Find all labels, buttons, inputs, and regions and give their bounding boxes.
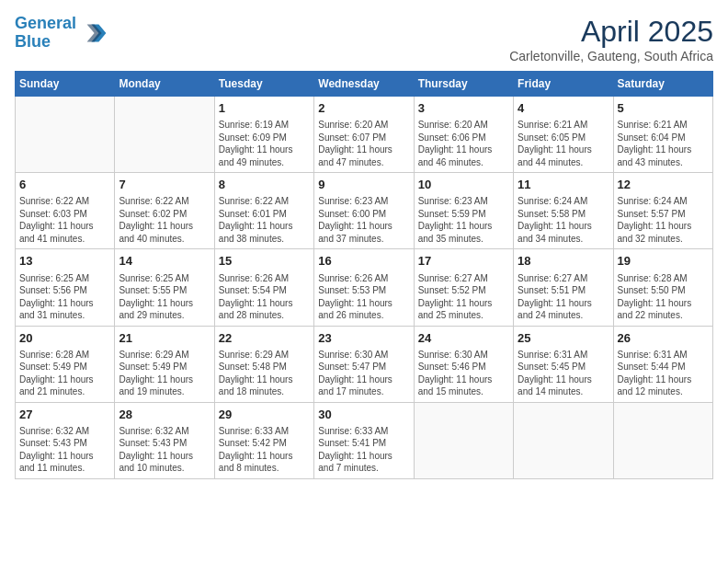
day-number: 19 bbox=[618, 253, 709, 270]
calendar-cell: 17Sunrise: 6:27 AM Sunset: 5:52 PM Dayli… bbox=[414, 249, 513, 326]
day-number: 2 bbox=[318, 100, 409, 117]
day-number: 4 bbox=[518, 100, 609, 117]
logo: General Blue bbox=[15, 15, 108, 52]
day-number: 1 bbox=[219, 100, 310, 117]
calendar-cell: 6Sunrise: 6:22 AM Sunset: 6:03 PM Daylig… bbox=[16, 173, 115, 249]
weekday-header: Wednesday bbox=[314, 72, 414, 97]
calendar-cell: 27Sunrise: 6:32 AM Sunset: 5:43 PM Dayli… bbox=[16, 402, 115, 478]
day-number: 23 bbox=[318, 330, 409, 347]
calendar-cell: 25Sunrise: 6:31 AM Sunset: 5:45 PM Dayli… bbox=[514, 326, 613, 402]
calendar-cell: 1Sunrise: 6:19 AM Sunset: 6:09 PM Daylig… bbox=[214, 97, 313, 173]
calendar-week-row: 20Sunrise: 6:28 AM Sunset: 5:49 PM Dayli… bbox=[16, 326, 713, 402]
calendar-cell: 24Sunrise: 6:30 AM Sunset: 5:46 PM Dayli… bbox=[414, 326, 513, 402]
day-info: Sunrise: 6:27 AM Sunset: 5:52 PM Dayligh… bbox=[418, 272, 509, 322]
day-info: Sunrise: 6:25 AM Sunset: 5:56 PM Dayligh… bbox=[19, 272, 110, 322]
calendar-cell: 15Sunrise: 6:26 AM Sunset: 5:54 PM Dayli… bbox=[214, 249, 313, 326]
day-number: 15 bbox=[219, 253, 310, 270]
calendar-cell bbox=[613, 402, 712, 478]
day-number: 16 bbox=[318, 253, 409, 270]
day-info: Sunrise: 6:26 AM Sunset: 5:54 PM Dayligh… bbox=[219, 272, 310, 322]
day-info: Sunrise: 6:23 AM Sunset: 5:59 PM Dayligh… bbox=[418, 195, 509, 245]
calendar-cell: 7Sunrise: 6:22 AM Sunset: 6:02 PM Daylig… bbox=[115, 173, 214, 249]
day-number: 10 bbox=[418, 177, 509, 193]
day-info: Sunrise: 6:30 AM Sunset: 5:47 PM Dayligh… bbox=[318, 349, 409, 398]
calendar-cell: 20Sunrise: 6:28 AM Sunset: 5:49 PM Dayli… bbox=[16, 326, 115, 402]
day-number: 13 bbox=[19, 253, 110, 270]
day-info: Sunrise: 6:24 AM Sunset: 5:58 PM Dayligh… bbox=[518, 195, 609, 245]
calendar-cell: 23Sunrise: 6:30 AM Sunset: 5:47 PM Dayli… bbox=[314, 326, 414, 402]
day-info: Sunrise: 6:32 AM Sunset: 5:43 PM Dayligh… bbox=[119, 425, 210, 475]
weekday-header: Sunday bbox=[16, 72, 115, 97]
day-info: Sunrise: 6:33 AM Sunset: 5:41 PM Dayligh… bbox=[318, 425, 409, 475]
logo-text: General Blue bbox=[15, 15, 76, 52]
day-number: 29 bbox=[219, 407, 310, 423]
calendar-cell: 30Sunrise: 6:33 AM Sunset: 5:41 PM Dayli… bbox=[314, 402, 414, 478]
weekday-header: Saturday bbox=[613, 72, 712, 97]
calendar-table: SundayMondayTuesdayWednesdayThursdayFrid… bbox=[15, 71, 713, 479]
day-info: Sunrise: 6:28 AM Sunset: 5:49 PM Dayligh… bbox=[19, 349, 110, 398]
calendar-cell: 13Sunrise: 6:25 AM Sunset: 5:56 PM Dayli… bbox=[16, 249, 115, 326]
day-info: Sunrise: 6:20 AM Sunset: 6:07 PM Dayligh… bbox=[318, 119, 409, 168]
day-info: Sunrise: 6:31 AM Sunset: 5:44 PM Dayligh… bbox=[618, 349, 709, 398]
day-info: Sunrise: 6:19 AM Sunset: 6:09 PM Dayligh… bbox=[219, 119, 310, 168]
calendar-cell bbox=[414, 402, 513, 478]
day-number: 11 bbox=[518, 177, 609, 193]
day-info: Sunrise: 6:33 AM Sunset: 5:42 PM Dayligh… bbox=[219, 425, 310, 475]
title-area: April 2025 Carletonville, Gauteng, South… bbox=[509, 15, 713, 63]
weekday-header: Tuesday bbox=[214, 72, 313, 97]
calendar-cell: 11Sunrise: 6:24 AM Sunset: 5:58 PM Dayli… bbox=[514, 173, 613, 249]
day-number: 30 bbox=[318, 407, 409, 423]
day-number: 9 bbox=[318, 177, 409, 193]
weekday-header-row: SundayMondayTuesdayWednesdayThursdayFrid… bbox=[16, 72, 713, 97]
day-number: 25 bbox=[518, 330, 609, 347]
calendar-cell: 29Sunrise: 6:33 AM Sunset: 5:42 PM Dayli… bbox=[214, 402, 313, 478]
day-info: Sunrise: 6:28 AM Sunset: 5:50 PM Dayligh… bbox=[618, 272, 709, 322]
day-number: 22 bbox=[219, 330, 310, 347]
day-number: 21 bbox=[119, 330, 210, 347]
day-number: 14 bbox=[119, 253, 210, 270]
calendar-week-row: 1Sunrise: 6:19 AM Sunset: 6:09 PM Daylig… bbox=[16, 97, 713, 173]
day-info: Sunrise: 6:20 AM Sunset: 6:06 PM Dayligh… bbox=[418, 119, 509, 168]
day-info: Sunrise: 6:30 AM Sunset: 5:46 PM Dayligh… bbox=[418, 349, 509, 398]
day-info: Sunrise: 6:25 AM Sunset: 5:55 PM Dayligh… bbox=[119, 272, 210, 322]
day-info: Sunrise: 6:22 AM Sunset: 6:03 PM Dayligh… bbox=[19, 195, 110, 245]
calendar-cell: 3Sunrise: 6:20 AM Sunset: 6:06 PM Daylig… bbox=[414, 97, 513, 173]
calendar-cell: 10Sunrise: 6:23 AM Sunset: 5:59 PM Dayli… bbox=[414, 173, 513, 249]
day-number: 5 bbox=[618, 100, 709, 117]
day-info: Sunrise: 6:23 AM Sunset: 6:00 PM Dayligh… bbox=[318, 195, 409, 245]
calendar-cell: 16Sunrise: 6:26 AM Sunset: 5:53 PM Dayli… bbox=[314, 249, 414, 326]
calendar-week-row: 13Sunrise: 6:25 AM Sunset: 5:56 PM Dayli… bbox=[16, 249, 713, 326]
day-info: Sunrise: 6:29 AM Sunset: 5:49 PM Dayligh… bbox=[119, 349, 210, 398]
day-number: 26 bbox=[618, 330, 709, 347]
weekday-header: Monday bbox=[115, 72, 214, 97]
day-number: 12 bbox=[618, 177, 709, 193]
page-header: General Blue April 2025 Carletonville, G… bbox=[15, 15, 713, 63]
weekday-header: Thursday bbox=[414, 72, 513, 97]
day-info: Sunrise: 6:27 AM Sunset: 5:51 PM Dayligh… bbox=[518, 272, 609, 322]
calendar-cell bbox=[514, 402, 613, 478]
calendar-cell: 9Sunrise: 6:23 AM Sunset: 6:00 PM Daylig… bbox=[314, 173, 414, 249]
calendar-cell: 14Sunrise: 6:25 AM Sunset: 5:55 PM Dayli… bbox=[115, 249, 214, 326]
calendar-cell: 26Sunrise: 6:31 AM Sunset: 5:44 PM Dayli… bbox=[613, 326, 712, 402]
calendar-cell: 8Sunrise: 6:22 AM Sunset: 6:01 PM Daylig… bbox=[214, 173, 313, 249]
calendar-cell: 22Sunrise: 6:29 AM Sunset: 5:48 PM Dayli… bbox=[214, 326, 313, 402]
day-number: 8 bbox=[219, 177, 310, 193]
logo-icon bbox=[78, 18, 108, 48]
day-number: 24 bbox=[418, 330, 509, 347]
calendar-cell bbox=[115, 97, 214, 173]
day-number: 7 bbox=[119, 177, 210, 193]
day-info: Sunrise: 6:22 AM Sunset: 6:01 PM Dayligh… bbox=[219, 195, 310, 245]
day-number: 28 bbox=[119, 407, 210, 423]
calendar-week-row: 6Sunrise: 6:22 AM Sunset: 6:03 PM Daylig… bbox=[16, 173, 713, 249]
day-number: 17 bbox=[418, 253, 509, 270]
calendar-cell: 2Sunrise: 6:20 AM Sunset: 6:07 PM Daylig… bbox=[314, 97, 414, 173]
day-info: Sunrise: 6:32 AM Sunset: 5:43 PM Dayligh… bbox=[19, 425, 110, 475]
calendar-cell: 21Sunrise: 6:29 AM Sunset: 5:49 PM Dayli… bbox=[115, 326, 214, 402]
calendar-cell: 18Sunrise: 6:27 AM Sunset: 5:51 PM Dayli… bbox=[514, 249, 613, 326]
day-number: 18 bbox=[518, 253, 609, 270]
subtitle: Carletonville, Gauteng, South Africa bbox=[509, 49, 713, 63]
calendar-cell: 28Sunrise: 6:32 AM Sunset: 5:43 PM Dayli… bbox=[115, 402, 214, 478]
day-info: Sunrise: 6:21 AM Sunset: 6:04 PM Dayligh… bbox=[618, 119, 709, 168]
day-info: Sunrise: 6:26 AM Sunset: 5:53 PM Dayligh… bbox=[318, 272, 409, 322]
calendar-cell: 12Sunrise: 6:24 AM Sunset: 5:57 PM Dayli… bbox=[613, 173, 712, 249]
